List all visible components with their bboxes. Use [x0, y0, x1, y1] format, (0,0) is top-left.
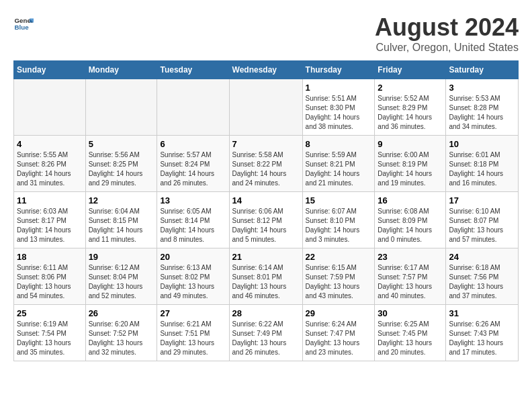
day-info: Sunrise: 6:25 AM Sunset: 7:45 PM Dayligh…: [378, 320, 443, 357]
day-info: Sunrise: 6:14 AM Sunset: 8:01 PM Dayligh…: [232, 263, 300, 301]
day-info: Sunrise: 6:26 AM Sunset: 7:43 PM Dayligh…: [449, 320, 515, 357]
day-number: 16: [378, 195, 443, 205]
day-info: Sunrise: 6:19 AM Sunset: 7:54 PM Dayligh…: [17, 320, 83, 357]
day-cell: 17Sunrise: 6:10 AM Sunset: 8:07 PM Dayli…: [446, 192, 519, 248]
day-cell: 23Sunrise: 6:17 AM Sunset: 7:57 PM Dayli…: [375, 248, 446, 305]
day-cell: 25Sunrise: 6:19 AM Sunset: 7:54 PM Dayli…: [14, 305, 86, 361]
day-cell: 22Sunrise: 6:15 AM Sunset: 7:59 PM Dayli…: [302, 248, 375, 305]
day-cell: 13Sunrise: 6:05 AM Sunset: 8:14 PM Dayli…: [157, 192, 229, 248]
day-info: Sunrise: 6:01 AM Sunset: 8:18 PM Dayligh…: [449, 150, 515, 188]
subtitle: Culver, Oregon, United States: [375, 42, 519, 54]
day-cell: 19Sunrise: 6:12 AM Sunset: 8:04 PM Dayli…: [85, 248, 157, 305]
day-info: Sunrise: 6:21 AM Sunset: 7:51 PM Dayligh…: [160, 320, 226, 357]
day-cell: 11Sunrise: 6:03 AM Sunset: 8:17 PM Dayli…: [14, 192, 86, 248]
day-number: 24: [449, 252, 515, 262]
day-cell: 14Sunrise: 6:06 AM Sunset: 8:12 PM Dayli…: [229, 192, 302, 248]
day-info: Sunrise: 6:18 AM Sunset: 7:56 PM Dayligh…: [449, 263, 515, 301]
day-number: 15: [306, 195, 372, 205]
day-number: 18: [17, 252, 83, 262]
day-info: Sunrise: 5:52 AM Sunset: 8:29 PM Dayligh…: [378, 94, 443, 132]
day-info: Sunrise: 6:04 AM Sunset: 8:15 PM Dayligh…: [89, 207, 154, 244]
title-section: August 2024 Culver, Oregon, United State…: [375, 13, 519, 54]
day-number: 6: [160, 139, 226, 149]
column-header-thursday: Thursday: [302, 61, 375, 79]
day-cell: 27Sunrise: 6:21 AM Sunset: 7:51 PM Dayli…: [157, 305, 229, 361]
day-cell: 1Sunrise: 5:51 AM Sunset: 8:30 PM Daylig…: [302, 79, 375, 136]
day-info: Sunrise: 6:08 AM Sunset: 8:09 PM Dayligh…: [378, 207, 443, 244]
day-cell: 15Sunrise: 6:07 AM Sunset: 8:10 PM Dayli…: [302, 192, 375, 248]
day-info: Sunrise: 6:17 AM Sunset: 7:57 PM Dayligh…: [378, 263, 443, 301]
column-header-saturday: Saturday: [446, 61, 519, 79]
day-number: 14: [232, 195, 300, 205]
day-number: 19: [89, 252, 154, 262]
day-number: 31: [449, 308, 515, 318]
day-cell: 10Sunrise: 6:01 AM Sunset: 8:18 PM Dayli…: [446, 136, 519, 192]
day-number: 28: [232, 308, 300, 318]
day-info: Sunrise: 5:58 AM Sunset: 8:22 PM Dayligh…: [232, 150, 300, 188]
day-cell: 2Sunrise: 5:52 AM Sunset: 8:29 PM Daylig…: [375, 79, 446, 136]
day-number: 12: [89, 195, 154, 205]
day-number: 4: [17, 139, 83, 149]
day-info: Sunrise: 5:56 AM Sunset: 8:25 PM Dayligh…: [89, 150, 154, 188]
day-info: Sunrise: 6:24 AM Sunset: 7:47 PM Dayligh…: [306, 320, 372, 357]
header: General Blue August 2024 Culver, Oregon,…: [13, 13, 519, 54]
day-cell: 31Sunrise: 6:26 AM Sunset: 7:43 PM Dayli…: [446, 305, 519, 361]
week-row-4: 18Sunrise: 6:11 AM Sunset: 8:06 PM Dayli…: [14, 248, 519, 305]
day-info: Sunrise: 6:11 AM Sunset: 8:06 PM Dayligh…: [17, 263, 83, 301]
day-cell: 18Sunrise: 6:11 AM Sunset: 8:06 PM Dayli…: [14, 248, 86, 305]
day-number: 11: [17, 195, 83, 205]
day-cell: 5Sunrise: 5:56 AM Sunset: 8:25 PM Daylig…: [85, 136, 157, 192]
day-cell: [85, 79, 157, 136]
day-info: Sunrise: 6:12 AM Sunset: 8:04 PM Dayligh…: [89, 263, 154, 301]
day-info: Sunrise: 6:00 AM Sunset: 8:19 PM Dayligh…: [378, 150, 443, 188]
svg-text:Blue: Blue: [15, 24, 30, 31]
week-row-3: 11Sunrise: 6:03 AM Sunset: 8:17 PM Dayli…: [14, 192, 519, 248]
day-info: Sunrise: 6:05 AM Sunset: 8:14 PM Dayligh…: [160, 207, 226, 244]
day-info: Sunrise: 6:13 AM Sunset: 8:02 PM Dayligh…: [160, 263, 226, 301]
day-cell: 4Sunrise: 5:55 AM Sunset: 8:26 PM Daylig…: [14, 136, 86, 192]
day-cell: 12Sunrise: 6:04 AM Sunset: 8:15 PM Dayli…: [85, 192, 157, 248]
day-cell: 21Sunrise: 6:14 AM Sunset: 8:01 PM Dayli…: [229, 248, 302, 305]
day-number: 20: [160, 252, 226, 262]
day-cell: 29Sunrise: 6:24 AM Sunset: 7:47 PM Dayli…: [302, 305, 375, 361]
day-info: Sunrise: 5:53 AM Sunset: 8:28 PM Dayligh…: [449, 94, 515, 132]
day-cell: [14, 79, 86, 136]
day-cell: 9Sunrise: 6:00 AM Sunset: 8:19 PM Daylig…: [375, 136, 446, 192]
day-info: Sunrise: 6:03 AM Sunset: 8:17 PM Dayligh…: [17, 207, 83, 244]
day-info: Sunrise: 6:07 AM Sunset: 8:10 PM Dayligh…: [306, 207, 372, 244]
day-number: 21: [232, 252, 300, 262]
day-number: 17: [449, 195, 515, 205]
day-cell: 26Sunrise: 6:20 AM Sunset: 7:52 PM Dayli…: [85, 305, 157, 361]
main-title: August 2024: [375, 13, 519, 42]
day-info: Sunrise: 5:55 AM Sunset: 8:26 PM Dayligh…: [17, 150, 83, 188]
day-cell: 8Sunrise: 5:59 AM Sunset: 8:21 PM Daylig…: [302, 136, 375, 192]
column-header-monday: Monday: [85, 61, 157, 79]
day-number: 3: [449, 83, 515, 93]
day-cell: 30Sunrise: 6:25 AM Sunset: 7:45 PM Dayli…: [375, 305, 446, 361]
day-info: Sunrise: 5:57 AM Sunset: 8:24 PM Dayligh…: [160, 150, 226, 188]
day-number: 22: [306, 252, 372, 262]
day-cell: 28Sunrise: 6:22 AM Sunset: 7:49 PM Dayli…: [229, 305, 302, 361]
day-cell: 20Sunrise: 6:13 AM Sunset: 8:02 PM Dayli…: [157, 248, 229, 305]
day-cell: [229, 79, 302, 136]
day-number: 13: [160, 195, 226, 205]
day-number: 10: [449, 139, 515, 149]
day-number: 2: [378, 83, 443, 93]
day-info: Sunrise: 6:06 AM Sunset: 8:12 PM Dayligh…: [232, 207, 300, 244]
day-cell: 3Sunrise: 5:53 AM Sunset: 8:28 PM Daylig…: [446, 79, 519, 136]
column-header-tuesday: Tuesday: [157, 61, 229, 79]
day-info: Sunrise: 6:15 AM Sunset: 7:59 PM Dayligh…: [306, 263, 372, 301]
day-number: 23: [378, 252, 443, 262]
day-number: 26: [89, 308, 154, 318]
day-number: 8: [306, 139, 372, 149]
day-number: 1: [306, 83, 372, 93]
column-header-sunday: Sunday: [14, 61, 86, 79]
week-row-5: 25Sunrise: 6:19 AM Sunset: 7:54 PM Dayli…: [14, 305, 519, 361]
day-cell: 6Sunrise: 5:57 AM Sunset: 8:24 PM Daylig…: [157, 136, 229, 192]
day-info: Sunrise: 6:20 AM Sunset: 7:52 PM Dayligh…: [89, 320, 154, 357]
column-header-friday: Friday: [375, 61, 446, 79]
day-info: Sunrise: 6:22 AM Sunset: 7:49 PM Dayligh…: [232, 320, 300, 357]
day-info: Sunrise: 5:59 AM Sunset: 8:21 PM Dayligh…: [306, 150, 372, 188]
day-info: Sunrise: 6:10 AM Sunset: 8:07 PM Dayligh…: [449, 207, 515, 244]
day-number: 9: [378, 139, 443, 149]
